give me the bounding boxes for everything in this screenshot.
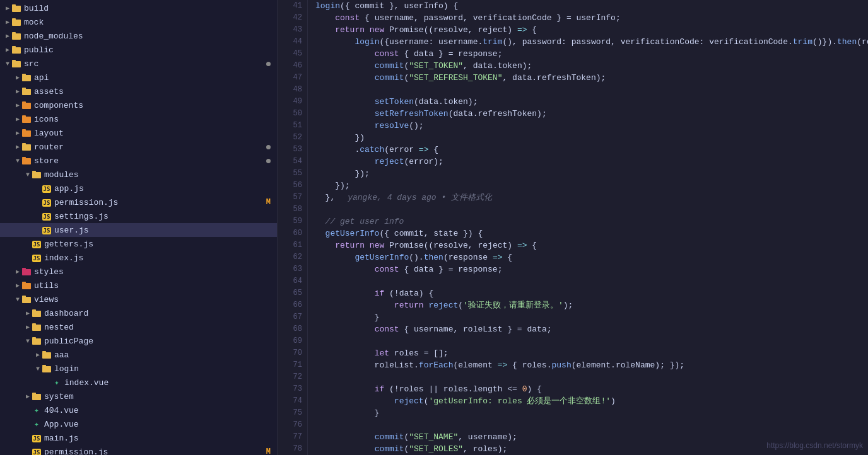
sidebar-item-router[interactable]: ▶router (0, 140, 277, 154)
sidebar-item-getters.js[interactable]: JSgetters.js (0, 237, 277, 251)
sidebar-item-public[interactable]: ▶public (0, 43, 277, 57)
js-icon: JS (42, 212, 52, 221)
svg-rect-6 (12, 47, 21, 54)
code-line (315, 275, 868, 287)
chevron-icon: ▶ (14, 143, 21, 151)
folder-icon (32, 336, 42, 346)
line-number: 43 (278, 24, 302, 36)
chevron-icon: ▶ (14, 129, 21, 137)
svg-rect-17 (22, 115, 26, 117)
folder-icon (21, 142, 32, 152)
item-label: index.js (44, 253, 277, 263)
svg-rect-12 (22, 89, 31, 95)
code-line: commit("SET_REFRESH_TOKEN", data.refresh… (315, 72, 868, 84)
sidebar-item-build[interactable]: ▶build (0, 1, 277, 15)
sidebar-item-assets[interactable]: ▶assets (0, 84, 277, 98)
sidebar-item-settings.js[interactable]: JSsettings.js (0, 209, 277, 223)
sidebar-item-permission.js[interactable]: JSpermission.jsM (0, 195, 277, 209)
line-number: 67 (278, 311, 302, 323)
sidebar-item-system[interactable]: ▶system (0, 389, 277, 403)
sidebar-item-nested[interactable]: ▶nested (0, 320, 277, 334)
code-line: reject('getUserInfo: roles 必须是一个非空数组!') (315, 395, 868, 407)
svg-rect-3 (12, 18, 16, 20)
line-number: 73 (278, 383, 302, 395)
sidebar-item-styles[interactable]: ▶styles (0, 265, 277, 279)
svg-rect-29 (22, 282, 26, 284)
svg-rect-8 (12, 61, 21, 67)
sidebar-item-app.js[interactable]: JSapp.js (0, 181, 277, 195)
svg-rect-26 (22, 269, 31, 275)
line-number: 42 (278, 12, 302, 24)
sidebar-item-main.js[interactable]: JSmain.js (0, 431, 277, 445)
chevron-icon: ▶ (14, 101, 21, 109)
item-label: views (34, 295, 277, 304)
sidebar-item-store[interactable]: ▼store (0, 154, 277, 168)
code-line: login({username: username.trim(), passwo… (315, 36, 868, 48)
item-label: permission.js (54, 198, 277, 207)
line-number: 48 (278, 84, 302, 96)
sidebar-item-mock[interactable]: ▶mock (0, 15, 277, 29)
sidebar-item-index.js[interactable]: JSindex.js (0, 251, 277, 265)
sidebar-item-src[interactable]: ▼src (0, 57, 277, 71)
svg-rect-23 (22, 157, 26, 159)
sidebar-item-utils[interactable]: ▶utils (0, 279, 277, 292)
svg-rect-27 (22, 268, 26, 270)
sidebar-item-views[interactable]: ▼views (0, 292, 277, 306)
chevron-icon: ▼ (24, 338, 32, 345)
chevron-icon: ▶ (24, 393, 32, 400)
folder-icon (32, 391, 42, 401)
code-line: return reject('验证失败，请重新登录。'); (315, 299, 868, 311)
sidebar-item-permission.js2[interactable]: JSpermission.jsM (0, 445, 277, 455)
folder-icon (42, 364, 52, 374)
sidebar-item-modules[interactable]: ▼modules (0, 168, 277, 181)
line-number: 63 (278, 263, 302, 275)
item-label: main.js (44, 434, 277, 443)
chevron-icon: ▶ (24, 323, 32, 331)
line-number: 74 (278, 395, 302, 407)
sidebar-item-index.vue[interactable]: ✦index.vue (0, 376, 277, 389)
svg-rect-35 (32, 323, 36, 325)
line-number: 59 (278, 216, 302, 228)
item-label: user.js (54, 226, 277, 235)
item-label: icons (34, 115, 277, 124)
code-line: const { data } = response; (315, 48, 868, 60)
sidebar-item-user.js[interactable]: JSuser.js (0, 223, 277, 237)
code-line: .catch(error => { (315, 144, 868, 156)
code-line: reject(error); (315, 156, 868, 168)
code-line: }) (315, 132, 868, 144)
svg-rect-32 (32, 311, 41, 317)
svg-rect-37 (32, 337, 36, 339)
sidebar-item-App.vue[interactable]: ✦App.vue (0, 417, 277, 431)
svg-rect-20 (22, 144, 31, 151)
line-number: 56 (278, 180, 302, 192)
sidebar-item-api[interactable]: ▶api (0, 71, 277, 84)
sidebar-item-layout[interactable]: ▶layout (0, 126, 277, 140)
sidebar-item-login[interactable]: ▼login (0, 362, 277, 376)
sidebar-item-404.vue[interactable]: ✦404.vue (0, 403, 277, 417)
git-blame: yangke, 4 days ago • 文件格式化 (348, 193, 492, 202)
folder-icon (11, 31, 21, 41)
sidebar-item-icons[interactable]: ▶icons (0, 112, 277, 126)
item-label: nested (44, 323, 277, 332)
item-label: settings.js (54, 212, 277, 221)
js-icon: JS (42, 198, 52, 207)
code-line: getUserInfo({ commit, state }) { (315, 228, 868, 239)
svg-rect-42 (32, 394, 41, 400)
sidebar-item-publicPage[interactable]: ▼publicPage (0, 334, 277, 348)
chevron-icon: ▼ (34, 366, 42, 372)
chevron-icon: ▼ (14, 158, 21, 164)
sidebar-item-node_modules[interactable]: ▶node_modules (0, 29, 277, 43)
chevron-icon: ▶ (14, 268, 21, 275)
chevron-icon: ▼ (24, 171, 32, 178)
code-line: commit("SET_NAME", username); (315, 431, 868, 443)
line-number: 61 (278, 239, 302, 251)
item-label: store (34, 156, 277, 166)
svg-rect-21 (22, 143, 26, 145)
sidebar-item-aaa[interactable]: ▶aaa (0, 348, 277, 362)
code-line: setRefreshToken(data.refreshToken); (315, 108, 868, 120)
sidebar-item-components[interactable]: ▶components (0, 98, 277, 112)
js-icon: JS (42, 226, 52, 235)
code-content: login({ commit }, userInfo) { const { us… (308, 0, 868, 455)
sidebar-item-dashboard[interactable]: ▶dashboard (0, 306, 277, 320)
line-number: 53 (278, 144, 302, 156)
